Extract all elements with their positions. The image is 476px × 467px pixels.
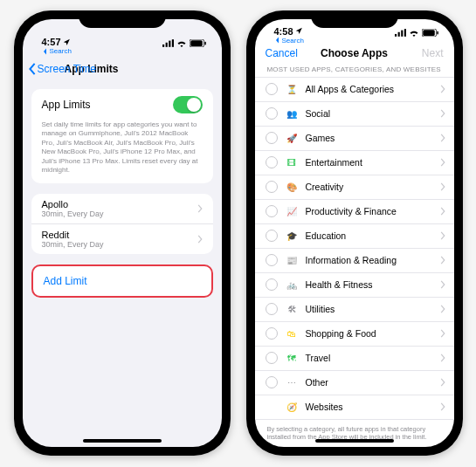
limit-sub: 30min, Every Day [42, 209, 104, 218]
next-button[interactable]: Next [422, 47, 444, 59]
category-icon: 📰 [285, 253, 299, 267]
radio-icon[interactable] [266, 181, 278, 193]
category-row[interactable]: 🎨Creativity [255, 175, 454, 200]
location-icon [295, 27, 303, 35]
wifi-icon [409, 29, 419, 37]
phone-right: 4:58 Search Cancel [246, 10, 463, 456]
category-icon: 🛠 [285, 302, 299, 316]
radio-icon[interactable] [266, 132, 278, 144]
navbar: Cancel Choose Apps Next [255, 45, 454, 62]
svg-rect-10 [404, 29, 405, 37]
category-icon: ⋯ [285, 375, 299, 389]
category-icon: 🛍 [285, 326, 299, 340]
chevron-right-icon [440, 350, 445, 366]
app-limits-toggle[interactable] [173, 96, 203, 113]
limit-row[interactable]: Reddit 30min, Every Day [31, 224, 213, 254]
home-indicator[interactable] [83, 439, 162, 443]
category-label: All Apps & Categories [306, 84, 433, 94]
category-label: Social [306, 108, 433, 119]
chevron-right-icon [440, 106, 445, 121]
chevron-right-icon [440, 179, 445, 195]
category-row[interactable]: 🎓Education [255, 224, 454, 249]
svg-rect-9 [401, 30, 403, 36]
screen-left: 4:57 Search [23, 19, 222, 447]
radio-icon[interactable] [266, 156, 278, 168]
breadcrumb-search[interactable]: Search [23, 47, 222, 56]
category-row[interactable]: 📰Information & Reading [255, 249, 454, 273]
category-row[interactable]: ⏳All Apps & Categories [255, 78, 454, 102]
limits-list: Apollo 30min, Every Day Reddit 30min, Ev… [31, 194, 213, 254]
category-icon: ⏳ [285, 82, 299, 96]
radio-icon[interactable] [266, 230, 278, 242]
category-row[interactable]: 🧭Websites [255, 395, 454, 419]
wifi-icon [176, 39, 187, 47]
home-indicator[interactable] [315, 439, 394, 443]
radio-icon[interactable] [266, 254, 278, 266]
limit-row[interactable]: Apollo 30min, Every Day [31, 194, 213, 224]
content: App Limits Set daily time limits for app… [23, 82, 222, 447]
category-row[interactable]: 🎞Entertainment [255, 151, 454, 175]
category-label: Creativity [306, 182, 433, 192]
radio-icon[interactable] [266, 107, 278, 120]
breadcrumb-search[interactable]: Search [255, 37, 454, 45]
radio-icon[interactable] [266, 205, 278, 217]
svg-rect-2 [169, 41, 170, 47]
chevron-right-icon [440, 326, 445, 341]
limit-sub: 30min, Every Day [42, 240, 104, 249]
category-icon: 🚲 [285, 278, 299, 292]
chevron-right-icon [440, 277, 445, 292]
chevron-right-icon [440, 252, 445, 268]
category-row[interactable]: 🚀Games [255, 127, 454, 151]
chevron-right-icon [440, 228, 445, 244]
category-row[interactable]: 🛍Shopping & Food [255, 322, 454, 347]
svg-rect-5 [190, 40, 203, 46]
footer-note: By selecting a category, all future apps… [255, 420, 454, 448]
limit-name: Apollo [42, 199, 104, 209]
toggle-label: App Limits [42, 99, 91, 111]
page-title: Choose Apps [321, 47, 388, 59]
category-label: Entertainment [306, 157, 433, 168]
chevron-right-icon [440, 374, 445, 390]
radio-icon[interactable] [266, 376, 278, 388]
category-label: Health & Fitness [306, 279, 433, 290]
notch [311, 10, 398, 28]
category-icon: 🧭 [285, 400, 299, 414]
category-icon: 🎞 [285, 155, 299, 169]
category-label: Websites [306, 402, 433, 412]
category-label: Other [306, 377, 433, 388]
radio-icon[interactable] [266, 352, 278, 364]
status-time: 4:58 [274, 26, 293, 37]
category-row[interactable]: 👥Social [255, 102, 454, 127]
category-label: Productivity & Finance [306, 206, 433, 216]
category-icon: 🎨 [285, 180, 299, 194]
radio-icon[interactable] [266, 278, 278, 291]
chevron-right-icon [197, 231, 203, 247]
category-row[interactable]: ⋯Other [255, 371, 454, 395]
category-label: Games [306, 133, 433, 143]
category-row[interactable]: 🚲Health & Fitness [255, 273, 454, 298]
chevron-right-icon [440, 155, 445, 170]
category-row[interactable]: 📈Productivity & Finance [255, 200, 454, 224]
app-limits-card: App Limits Set daily time limits for app… [31, 89, 213, 183]
svg-rect-6 [204, 42, 206, 45]
navbar: Screen Time App Limits [23, 56, 222, 82]
category-row[interactable]: 🛠Utilities [255, 298, 454, 322]
chevron-right-icon [440, 130, 445, 146]
chevron-right-icon [440, 203, 445, 219]
category-label: Shopping & Food [306, 328, 433, 339]
radio-icon[interactable] [266, 303, 278, 315]
back-button[interactable]: Screen Time [28, 63, 96, 75]
category-row[interactable]: 🗺Travel [255, 347, 454, 371]
category-icon: 🚀 [285, 131, 299, 145]
phone-left: 4:57 Search [14, 10, 231, 456]
radio-icon[interactable] [266, 83, 278, 95]
chevron-right-icon [440, 81, 445, 97]
chevron-right-icon [440, 399, 445, 415]
svg-rect-12 [423, 30, 435, 36]
chevron-right-icon [440, 301, 445, 317]
radio-icon[interactable] [266, 327, 278, 340]
category-label: Information & Reading [306, 255, 433, 265]
add-limit-button[interactable]: Add Limit [31, 264, 213, 298]
battery-icon [190, 39, 206, 47]
cancel-button[interactable]: Cancel [266, 47, 298, 59]
